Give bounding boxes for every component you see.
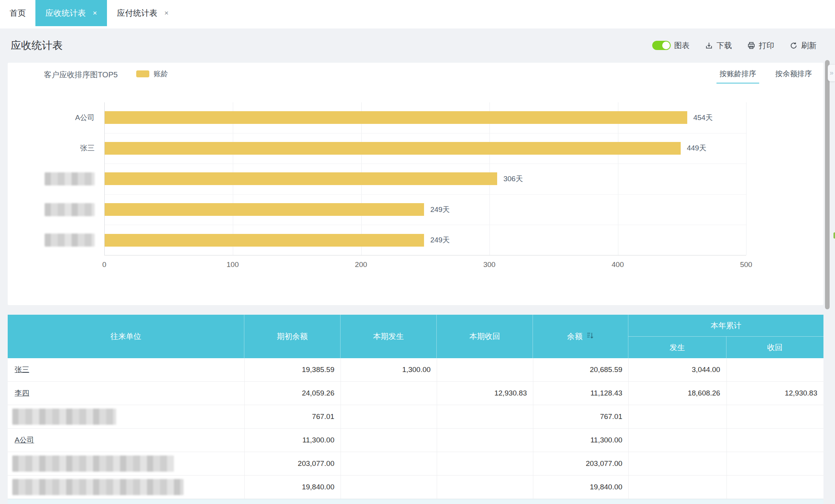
ytd-incurred-cell: 3,044.00 <box>628 358 726 381</box>
counterparty-cell-redacted <box>8 476 244 499</box>
col-header-ytd-received[interactable]: 收回 <box>726 337 823 358</box>
bar-value-label: 306天 <box>503 174 523 184</box>
legend-label: 账龄 <box>154 69 168 79</box>
chart-view-toggle[interactable]: 图表 <box>652 40 690 51</box>
print-button[interactable]: 打印 <box>747 40 774 51</box>
redacted-text-block <box>12 456 174 472</box>
opening-balance-cell: 24,059.26 <box>244 382 341 405</box>
category-label-redacted <box>8 194 100 225</box>
category-label: A公司 <box>8 102 100 133</box>
refresh-label: 刷新 <box>801 40 817 51</box>
vertical-scrollbar-thumb[interactable] <box>825 60 830 309</box>
current-received-cell: 12,930.83 <box>437 382 533 405</box>
category-label-redacted <box>8 164 100 194</box>
current-incurred-cell: 1,300.00 <box>341 358 437 381</box>
counterparty-link[interactable]: 张三 <box>15 365 29 375</box>
x-tick-label: 200 <box>355 260 367 269</box>
current-incurred-cell <box>341 405 437 428</box>
counterparty-link[interactable]: A公司 <box>15 435 34 445</box>
close-icon[interactable]: × <box>164 9 169 17</box>
floating-widget-sliver <box>833 232 835 239</box>
balance-cell: 20,685.59 <box>533 358 628 381</box>
current-received-cell <box>437 476 533 499</box>
tab-home[interactable]: 首页 <box>0 0 35 26</box>
opening-balance-cell: 19,840.00 <box>244 476 341 499</box>
counterparty-cell-redacted <box>8 405 244 428</box>
ytd-incurred-cell <box>628 476 726 499</box>
chevron-right-double-icon: » <box>830 69 833 77</box>
col-header-counterparty[interactable]: 往来单位 <box>8 315 244 358</box>
tab-receivable-label: 应收统计表 <box>45 8 86 18</box>
ytd-received-cell: 12,930.83 <box>726 382 823 405</box>
x-tick-label: 400 <box>612 260 624 269</box>
balance-cell: 767.01 <box>533 405 628 428</box>
redacted-text-block <box>12 409 116 425</box>
printer-icon <box>747 42 755 50</box>
bar-value-label: 249天 <box>430 235 450 245</box>
tab-receivable-stats[interactable]: 应收统计表 × <box>35 0 107 26</box>
close-icon[interactable]: × <box>93 9 97 17</box>
current-received-cell <box>437 429 533 452</box>
ytd-incurred-cell <box>628 452 726 475</box>
bar-redacted <box>105 172 497 185</box>
toolbar: 图表 下载 打印 刷新 <box>652 40 817 51</box>
table-header: 往来单位 期初余额 本期发生 本期收回 余额 本年累计 发生 收回 <box>8 315 823 358</box>
col-header-current-received[interactable]: 本期收回 <box>437 315 533 358</box>
bar-value-label: 454天 <box>693 113 713 123</box>
chart-toggle-label: 图表 <box>674 40 690 51</box>
toggle-switch-on[interactable] <box>652 41 671 50</box>
download-button[interactable]: 下载 <box>705 40 732 51</box>
gridline <box>746 102 746 255</box>
chart-sort-tabs: 按账龄排序 按余额排序 <box>716 67 815 83</box>
print-label: 打印 <box>759 40 774 51</box>
balance-cell: 11,128.43 <box>533 382 628 405</box>
current-incurred-cell <box>341 382 437 405</box>
chart-card: 客户应收排序图TOP5 账龄 按账龄排序 按余额排序 A公司 张三 454天 4… <box>8 63 823 305</box>
redacted-text-block <box>45 172 95 185</box>
current-incurred-cell <box>341 476 437 499</box>
col-header-balance-label: 余额 <box>567 331 583 342</box>
tab-home-label: 首页 <box>10 8 26 18</box>
ytd-received-cell <box>726 358 823 381</box>
table-row: 李四 24,059.26 12,930.83 11,128.43 18,608.… <box>8 382 823 405</box>
chart-legend[interactable]: 账龄 <box>136 69 168 79</box>
redacted-text-block <box>45 203 95 216</box>
bar-value-label: 249天 <box>430 205 450 215</box>
col-header-opening-balance[interactable]: 期初余额 <box>244 315 341 358</box>
tab-bar: 首页 应收统计表 × 应付统计表 × <box>0 0 835 28</box>
bar-redacted <box>105 234 424 247</box>
panel-expand-handle[interactable]: » <box>828 64 835 82</box>
sort-by-balance-tab[interactable]: 按余额排序 <box>772 67 815 83</box>
ytd-received-cell <box>726 452 823 475</box>
sort-descending-icon[interactable] <box>586 331 594 342</box>
current-received-cell <box>437 452 533 475</box>
bar-a-company <box>105 111 687 124</box>
ytd-incurred-cell: 18,608.26 <box>628 382 726 405</box>
col-header-ytd-incurred[interactable]: 发生 <box>628 337 726 358</box>
counterparty-cell: 李四 <box>8 382 244 405</box>
x-tick-label: 100 <box>227 260 239 269</box>
download-icon <box>705 42 713 50</box>
current-received-cell <box>437 358 533 381</box>
col-header-current-incurred[interactable]: 本期发生 <box>341 315 437 358</box>
page-title: 应收统计表 <box>11 38 63 52</box>
ytd-received-cell <box>726 405 823 428</box>
counterparty-link[interactable]: 李四 <box>15 388 29 398</box>
counterparty-cell: A公司 <box>8 429 244 452</box>
col-header-balance[interactable]: 余额 <box>533 315 628 358</box>
ytd-incurred-cell <box>628 405 726 428</box>
tab-payable-stats[interactable]: 应付统计表 × <box>107 0 179 26</box>
tab-payable-label: 应付统计表 <box>117 8 157 18</box>
ytd-received-cell <box>726 429 823 452</box>
opening-balance-cell: 203,077.00 <box>244 452 341 475</box>
balance-cell: 11,300.00 <box>533 429 628 452</box>
x-tick-label: 300 <box>483 260 496 269</box>
sort-by-aging-tab[interactable]: 按账龄排序 <box>716 67 759 83</box>
opening-balance-cell: 767.01 <box>244 405 341 428</box>
current-received-cell <box>437 405 533 428</box>
bar-chart-plot-area: 454天 449天 306天 249天 249天 <box>104 102 746 255</box>
col-group-ytd: 本年累计 <box>628 315 823 337</box>
refresh-button[interactable]: 刷新 <box>790 40 817 51</box>
current-incurred-cell <box>341 452 437 475</box>
counterparty-cell: 张三 <box>8 358 244 381</box>
